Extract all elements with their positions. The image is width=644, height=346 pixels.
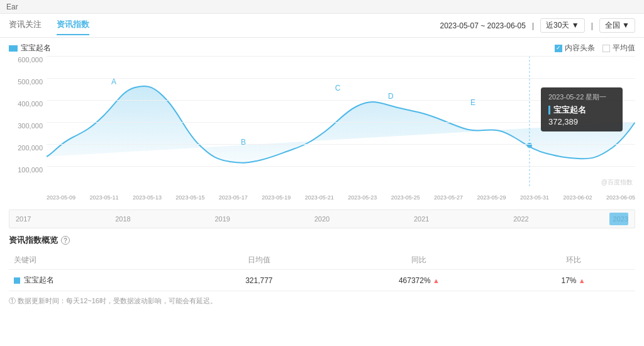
tabs-right: 2023-05-07 ~ 2023-06-05 | 近30天 ▼ | 全国 ▼ bbox=[440, 18, 635, 33]
x-label-0511: 2023-05-11 bbox=[89, 194, 118, 201]
x-label-0529: 2023-05-29 bbox=[477, 194, 506, 201]
x-label-0527: 2023-05-27 bbox=[434, 194, 463, 201]
x-label-0519: 2023-05-19 bbox=[262, 194, 291, 201]
footer-note-text: ① 数据更新时间：每天12~16时，受数据波动影响，可能会有延迟。 bbox=[9, 297, 217, 304]
keyword-name: 宝宝起名 bbox=[24, 275, 54, 286]
x-label-0517: 2023-05-17 bbox=[219, 194, 248, 201]
x-label-0602: 2023-06-02 bbox=[563, 194, 592, 201]
x-axis: 2023-05-09 2023-05-11 2023-05-13 2023-05… bbox=[47, 188, 635, 207]
x-label-0521: 2023-05-21 bbox=[305, 194, 334, 201]
checkbox-neirong-label: 内容头条 bbox=[565, 43, 595, 53]
y-label-500k: 500,000 bbox=[9, 78, 47, 86]
col-header-mom: 环比 bbox=[511, 251, 635, 270]
mom-trend-icon: ▲ bbox=[579, 277, 586, 284]
row-yoy: 467372% ▲ bbox=[327, 270, 512, 291]
y-label-400k: 400,000 bbox=[9, 100, 47, 108]
x-label-0523: 2023-05-23 bbox=[348, 194, 377, 201]
summary-section: 资讯指数概览 ? 关键词 日均值 同比 环比 宝宝起名 321,777 bbox=[0, 228, 644, 291]
x-label-0513: 2023-05-13 bbox=[133, 194, 162, 201]
point-label-B: B bbox=[241, 138, 246, 147]
separator2: | bbox=[591, 21, 593, 30]
legend-color-box bbox=[9, 45, 18, 52]
legend-keyword-label: 宝宝起名 bbox=[21, 43, 51, 53]
top-bar: Ear bbox=[0, 0, 644, 14]
point-label-D: D bbox=[388, 92, 394, 101]
timeline-selection-handle[interactable] bbox=[609, 213, 628, 225]
chart-area: 600,000 500,000 400,000 300,000 200,000 … bbox=[9, 56, 635, 207]
mom-value: 17% bbox=[561, 276, 576, 285]
point-label-A: A bbox=[111, 77, 116, 86]
summary-table: 关键词 日均值 同比 环比 宝宝起名 321,777 467372% ▲ bbox=[9, 251, 635, 291]
tooltip-box: 2023-05-22 星期一 宝宝起名 372,389 bbox=[541, 87, 623, 131]
checkbox-pingjun-label: 平均值 bbox=[613, 43, 635, 53]
legend-item: 宝宝起名 bbox=[9, 43, 51, 53]
checkbox-unchecked-icon bbox=[602, 45, 610, 52]
point-label-E: E bbox=[470, 98, 475, 107]
row-daily-avg: 321,777 bbox=[191, 270, 326, 291]
timeline-label-2021: 2021 bbox=[414, 215, 429, 223]
point-label-C: C bbox=[335, 84, 341, 92]
row-keyword-cell: 宝宝起名 bbox=[9, 270, 191, 291]
y-axis: 600,000 500,000 400,000 300,000 200,000 … bbox=[9, 56, 47, 188]
yoy-value: 467372% bbox=[399, 276, 431, 285]
timeline-label-2022: 2022 bbox=[513, 215, 528, 223]
x-label-0509: 2023-05-09 bbox=[47, 194, 75, 201]
chart-header: 宝宝起名 内容头条 平均值 bbox=[0, 38, 644, 56]
grid-line-2 bbox=[47, 78, 635, 79]
checkbox-checked-icon bbox=[555, 45, 562, 52]
y-label-600k: 600,000 bbox=[9, 56, 47, 64]
col-header-daily: 日均值 bbox=[191, 251, 326, 270]
footer-note: ① 数据更新时间：每天12~16时，受数据波动影响，可能会有延迟。 bbox=[0, 291, 644, 311]
separator: | bbox=[532, 21, 534, 30]
legend-right: 内容头条 平均值 bbox=[555, 43, 635, 53]
region-button[interactable]: 全国 ▼ bbox=[599, 18, 635, 33]
top-bar-title: Ear bbox=[6, 3, 18, 11]
grid-line-5 bbox=[47, 144, 635, 145]
y-label-200k: 200,000 bbox=[9, 144, 47, 152]
tab-zixun-guanzhu[interactable]: 资讯关注 bbox=[9, 19, 42, 33]
x-label-0525: 2023-05-25 bbox=[391, 194, 420, 201]
period-button[interactable]: 近30天 ▼ bbox=[540, 18, 585, 33]
timeline-label-2017: 2017 bbox=[16, 215, 31, 223]
x-label-0515: 2023-05-15 bbox=[175, 194, 204, 201]
chart-note: @百度指数 bbox=[601, 178, 633, 187]
tooltip-value: 372,389 bbox=[548, 117, 615, 126]
grid-line-1 bbox=[47, 56, 635, 57]
timeline-label-2018: 2018 bbox=[115, 215, 130, 223]
row-mom: 17% ▲ bbox=[511, 270, 635, 291]
keyword-color-box bbox=[14, 277, 20, 284]
y-label-100k: 100,000 bbox=[9, 166, 47, 174]
y-label-300k: 300,000 bbox=[9, 122, 47, 130]
x-label-0605: 2023-06-05 bbox=[606, 194, 635, 201]
checkbox-pingjunzhi[interactable]: 平均值 bbox=[602, 43, 635, 53]
col-header-keyword: 关键词 bbox=[9, 251, 191, 270]
tab-zixun-zhishu[interactable]: 资讯指数 bbox=[57, 19, 89, 33]
date-range: 2023-05-07 ~ 2023-06-05 bbox=[440, 21, 526, 30]
checkbox-neirong-tiaotiao[interactable]: 内容头条 bbox=[555, 43, 595, 53]
timeline-label-2020: 2020 bbox=[314, 215, 330, 223]
yoy-trend-icon: ▲ bbox=[433, 277, 440, 284]
tooltip-date: 2023-05-22 星期一 bbox=[548, 92, 615, 102]
summary-title-text: 资讯指数概览 bbox=[9, 235, 58, 246]
tabs-left: 资讯关注 资讯指数 bbox=[9, 19, 89, 33]
grid-line-6 bbox=[47, 166, 635, 167]
info-icon[interactable]: ? bbox=[61, 236, 70, 245]
x-label-0531: 2023-05-31 bbox=[520, 194, 549, 201]
tooltip-keyword: 宝宝起名 bbox=[548, 104, 615, 116]
tabs-row: 资讯关注 资讯指数 2023-05-07 ~ 2023-06-05 | 近30天… bbox=[0, 14, 644, 38]
tooltip-bar bbox=[548, 106, 550, 114]
timeline-area[interactable]: 2017 2018 2019 2020 2021 2022 2023 bbox=[9, 209, 635, 228]
col-header-yoy: 同比 bbox=[327, 251, 512, 270]
table-row: 宝宝起名 321,777 467372% ▲ 17% ▲ bbox=[9, 270, 635, 291]
summary-title: 资讯指数概览 ? bbox=[9, 235, 635, 246]
timeline-label-2019: 2019 bbox=[215, 215, 230, 223]
tooltip-keyword-label: 宝宝起名 bbox=[553, 104, 586, 116]
chart-canvas: A B C D E @百度指数 2023-05-22 星期一 宝宝起名 372,… bbox=[47, 56, 635, 188]
timeline-track: 2017 2018 2019 2020 2021 2022 2023 bbox=[9, 210, 635, 228]
